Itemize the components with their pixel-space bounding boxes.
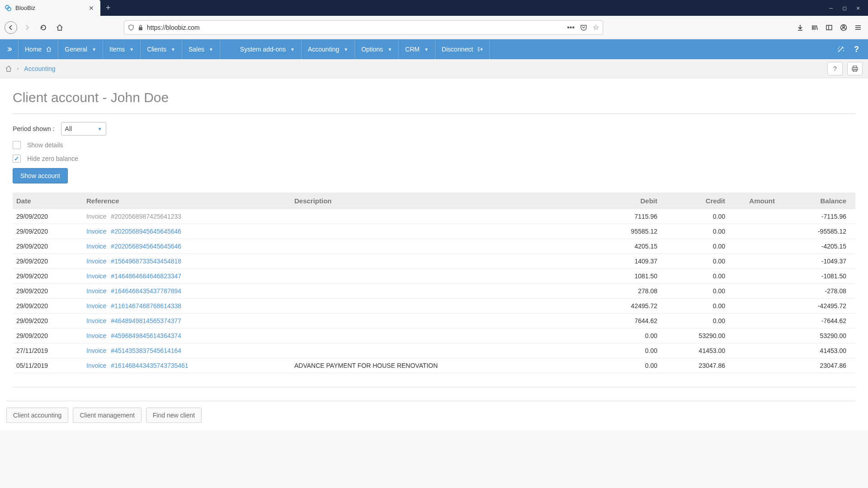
table-header-row: Date Reference Description Debit Credit …	[13, 192, 855, 209]
browser-forward-button[interactable]	[21, 21, 33, 34]
browser-tab[interactable]: BlooBiz ✕	[0, 0, 100, 16]
cell-amount	[729, 314, 778, 328]
downloads-icon[interactable]	[797, 24, 804, 31]
lock-icon[interactable]	[138, 24, 143, 31]
cell-balance: -1081.50	[778, 269, 855, 284]
cell-description	[291, 239, 602, 254]
invoice-link[interactable]: Invoice#2020568945645645646	[86, 243, 181, 250]
browser-home-button[interactable]	[53, 21, 66, 34]
breadcrumb-link[interactable]: Accounting	[24, 65, 55, 72]
breadcrumb: › Accounting ?	[0, 59, 868, 78]
window-maximize-icon[interactable]: ▢	[843, 5, 846, 11]
account-icon[interactable]	[840, 24, 847, 31]
window-close-icon[interactable]: ✕	[856, 5, 860, 11]
nav-label: System add-ons	[240, 46, 286, 53]
help-icon[interactable]: ?	[854, 45, 859, 54]
bookmark-star-icon[interactable]: ☆	[593, 23, 599, 32]
cell-reference: Invoice#1161467468768614338	[83, 299, 291, 314]
cell-debit: 1081.50	[602, 269, 661, 284]
nav-label: Sales	[189, 46, 204, 53]
find-new-client-button[interactable]: Find new client	[146, 408, 202, 423]
nav-clients[interactable]: Clients ▼	[141, 39, 182, 59]
invoice-link[interactable]: Invoice#1161467468768614338	[86, 302, 181, 310]
breadcrumb-home-icon[interactable]	[5, 66, 12, 72]
invoice-link[interactable]: Invoice#1464864684646823347	[86, 272, 181, 280]
tab-title: BlooBiz	[15, 5, 83, 11]
print-button[interactable]	[847, 62, 863, 75]
table-row: 29/09/2020Invoice#1464864684646823347108…	[13, 269, 855, 284]
period-select[interactable]: All ▼	[61, 122, 106, 136]
nav-options[interactable]: Options ▼	[355, 39, 399, 59]
nav-sales[interactable]: Sales ▼	[182, 39, 220, 59]
show-account-button[interactable]: Show account	[13, 168, 68, 183]
page-title: Client account - John Doe	[13, 85, 855, 114]
client-accounting-button[interactable]: Client accounting	[6, 408, 68, 423]
chevron-down-icon: ▼	[92, 47, 96, 52]
nav-general[interactable]: General ▼	[58, 39, 103, 59]
th-balance: Balance	[778, 192, 855, 209]
context-help-button[interactable]: ?	[827, 62, 843, 75]
invoice-link[interactable]: Invoice#4648949814565374377	[86, 317, 181, 324]
nav-disconnect[interactable]: Disconnect	[435, 39, 490, 59]
chevron-down-icon: ▼	[424, 47, 429, 52]
invoice-link[interactable]: Invoice#2020568945645645646	[86, 228, 181, 235]
hide-zero-checkbox[interactable]	[13, 155, 21, 163]
table-row: 29/09/2020Invoice#1646468435437787894278…	[13, 284, 855, 299]
invoice-link[interactable]: Invoice#1646468435437787894	[86, 287, 181, 295]
browser-back-button[interactable]	[5, 21, 17, 34]
nav-crm[interactable]: CRM ▼	[399, 39, 435, 59]
cell-balance: -42495.72	[778, 299, 855, 314]
cell-amount	[729, 254, 778, 269]
invoice-link[interactable]: Invoice#1564968733543454818	[86, 258, 181, 265]
main-nav: Home General ▼ Items ▼ Clients ▼ Sales ▼…	[0, 39, 868, 59]
nav-accounting[interactable]: Accounting ▼	[302, 39, 355, 59]
cell-credit: 0.00	[661, 284, 729, 299]
table-row: 05/11/2019Invoice#161468443435743735461A…	[13, 358, 855, 373]
cell-debit: 0.00	[602, 328, 661, 343]
cell-reference: Invoice#1464864684646823347	[83, 269, 291, 284]
cell-amount	[729, 239, 778, 254]
invoice-link[interactable]: Invoice#4514353837545614164	[86, 347, 181, 354]
nav-expand-icon[interactable]	[0, 39, 19, 59]
nav-label: Clients	[147, 46, 166, 53]
table-row: 29/09/2020Invoice#1161467468768614338424…	[13, 299, 855, 314]
cell-amount	[729, 358, 778, 373]
cell-balance: -4205.15	[778, 239, 855, 254]
cell-credit: 0.00	[661, 254, 729, 269]
invoice-link[interactable]: Invoice#4596849845614364374	[86, 332, 181, 339]
cell-reference: Invoice#4596849845614364374	[83, 328, 291, 343]
cell-date: 29/09/2020	[13, 314, 83, 328]
table-row: 29/09/2020Invoice#2020568987425641233711…	[13, 209, 855, 224]
browser-reload-button[interactable]	[37, 21, 50, 34]
wand-icon[interactable]	[837, 45, 845, 53]
cell-balance: -95585.12	[778, 224, 855, 239]
nav-home[interactable]: Home	[19, 39, 58, 59]
cell-description	[291, 343, 602, 358]
nav-items[interactable]: Items ▼	[103, 39, 141, 59]
tab-close-icon[interactable]: ✕	[87, 5, 96, 12]
cell-amount	[729, 328, 778, 343]
chevron-down-icon: ▼	[290, 47, 295, 52]
browser-titlebar: BlooBiz ✕ + — ▢ ✕	[0, 0, 868, 16]
shield-icon[interactable]	[128, 24, 134, 31]
menu-icon[interactable]	[854, 24, 862, 31]
window-minimize-icon[interactable]: —	[830, 5, 833, 11]
invoice-link[interactable]: Invoice#161468443435743735461	[86, 362, 189, 369]
content: Client account - John Doe Period shown :…	[0, 78, 868, 430]
sidebar-icon[interactable]	[826, 24, 833, 31]
pocket-icon[interactable]	[580, 24, 587, 31]
url-bar[interactable]: ••• ☆	[124, 20, 603, 35]
show-details-checkbox[interactable]	[13, 141, 21, 149]
svg-rect-9	[853, 70, 857, 71]
cell-credit: 0.00	[661, 239, 729, 254]
more-dots-icon[interactable]: •••	[567, 23, 575, 32]
client-management-button[interactable]: Client management	[73, 408, 141, 423]
cell-date: 29/09/2020	[13, 239, 83, 254]
chevron-down-icon: ▼	[387, 47, 392, 52]
url-input[interactable]	[147, 24, 563, 31]
cell-date: 29/09/2020	[13, 224, 83, 239]
nav-system-addons[interactable]: System add-ons ▼	[234, 39, 302, 59]
new-tab-button[interactable]: +	[100, 3, 116, 13]
library-icon[interactable]	[811, 24, 818, 31]
cell-reference: Invoice#2020568945645645646	[83, 239, 291, 254]
